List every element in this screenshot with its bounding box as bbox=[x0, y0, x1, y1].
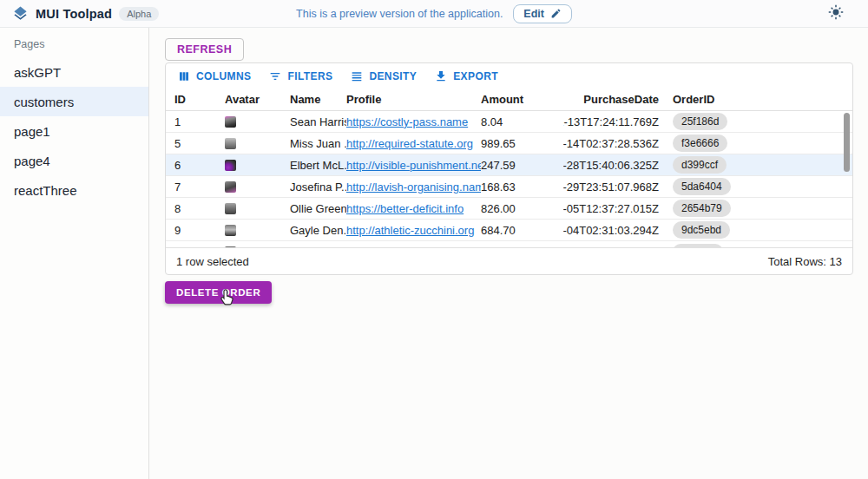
sidebar-item[interactable]: customers bbox=[0, 87, 148, 116]
cell-profile: https://costly-pass.name bbox=[346, 111, 481, 132]
column-header-orderid[interactable]: OrderID bbox=[659, 89, 852, 110]
cell-avatar bbox=[225, 176, 290, 197]
cell-orderid bbox=[659, 241, 852, 247]
cell-avatar bbox=[225, 133, 290, 154]
export-icon bbox=[434, 69, 448, 83]
alpha-badge: Alpha bbox=[119, 7, 159, 21]
refresh-button[interactable]: REFRESH bbox=[165, 38, 244, 61]
cell-avatar bbox=[225, 154, 290, 175]
cell-avatar bbox=[225, 111, 290, 132]
cell-avatar bbox=[225, 198, 290, 219]
cell-purchasedate bbox=[563, 241, 659, 247]
profile-link[interactable]: http://athletic-zucchini.org bbox=[346, 224, 474, 237]
profile-link[interactable]: http://visible-punishment.net bbox=[346, 159, 481, 172]
top-app-bar: MUI Toolpad Alpha This is a preview vers… bbox=[0, 0, 868, 28]
profile-link[interactable]: https://costly-pass.name bbox=[346, 115, 468, 128]
cell-id: 9 bbox=[166, 220, 225, 240]
cell-amount: 8.04 bbox=[481, 111, 563, 132]
sidebar-item[interactable]: page1 bbox=[0, 116, 148, 146]
app-title: MUI Toolpad bbox=[36, 7, 112, 21]
filter-icon bbox=[268, 69, 282, 83]
total-rows: Total Rows: 13 bbox=[768, 255, 842, 268]
grid-header-row: IDAvatarNameProfileAmountPurchaseDateOrd… bbox=[166, 89, 852, 111]
cell-orderid: d399ccf bbox=[659, 154, 852, 175]
selection-status: 1 row selected bbox=[176, 255, 249, 268]
avatar bbox=[225, 116, 236, 128]
sidebar: Pages askGPT customers page1 page4 react… bbox=[0, 28, 149, 479]
grid-footer: 1 row selected Total Rows: 13 bbox=[166, 247, 852, 274]
sidebar-item-label: page4 bbox=[14, 154, 50, 168]
data-grid: COLUMNS FILTERS DENSITY EXPORT IDAvatarN… bbox=[165, 62, 853, 275]
cell-name: Ollie Green... bbox=[290, 198, 346, 219]
cell-orderid: 2654b79 bbox=[659, 198, 852, 219]
column-header-avatar[interactable]: Avatar bbox=[225, 89, 290, 110]
sidebar-item[interactable]: page4 bbox=[0, 146, 148, 175]
orderid-chip: f3e6666 bbox=[673, 135, 727, 151]
cell-orderid: f3e6666 bbox=[659, 133, 852, 154]
avatar bbox=[225, 181, 236, 193]
avatar bbox=[225, 138, 236, 149]
cell-amount: 826.00 bbox=[481, 198, 563, 219]
table-row[interactable]: 9 Gayle Den... http://athletic-zucchini.… bbox=[166, 220, 852, 241]
edit-button[interactable]: Edit bbox=[513, 4, 572, 23]
cell-name: Sean Harris bbox=[290, 111, 346, 132]
profile-link[interactable]: http://lavish-organising.name bbox=[346, 180, 481, 194]
column-header-name[interactable]: Name bbox=[290, 89, 346, 110]
avatar bbox=[225, 203, 236, 214]
cell-purchasedate: 2088-05-04T02:31:03.294Z bbox=[563, 220, 659, 240]
column-header-profile[interactable]: Profile bbox=[346, 89, 481, 110]
cell-name: Josefina P... bbox=[290, 176, 346, 197]
cell-id: 5 bbox=[166, 133, 225, 154]
table-row[interactable]: 8 Ollie Green... https://better-deficit.… bbox=[166, 198, 852, 220]
cell-amount: 989.65 bbox=[481, 133, 563, 154]
table-row[interactable]: 7 Josefina P... http://lavish-organising… bbox=[166, 176, 852, 198]
orderid-chip bbox=[673, 244, 723, 247]
cell-orderid: 25f186d bbox=[659, 111, 852, 132]
column-header-amount[interactable]: Amount bbox=[481, 89, 563, 110]
vertical-scrollbar[interactable] bbox=[844, 113, 850, 172]
sidebar-item-label: reactThree bbox=[14, 183, 77, 198]
cell-orderid: 9dc5ebd bbox=[659, 220, 852, 240]
cell-name: Elbert McL... bbox=[290, 154, 346, 175]
table-row[interactable] bbox=[166, 241, 852, 247]
grid-toolbar-button[interactable]: EXPORT bbox=[428, 66, 504, 87]
cell-profile: http://athletic-zucchini.org bbox=[346, 220, 481, 240]
cell-avatar bbox=[225, 241, 290, 247]
avatar bbox=[225, 225, 236, 236]
layers-icon bbox=[12, 5, 29, 22]
orderid-chip: 5da6404 bbox=[673, 178, 731, 194]
cell-purchasedate: 2076-03-29T23:51:07.968Z bbox=[563, 176, 659, 197]
grid-toolbar-button-label: EXPORT bbox=[453, 70, 498, 82]
cell-purchasedate: 2045-01-28T15:40:06.325Z bbox=[563, 154, 659, 175]
orderid-chip: 9dc5ebd bbox=[673, 221, 730, 238]
cell-id: 6 bbox=[166, 154, 225, 175]
profile-link[interactable]: https://better-deficit.info bbox=[346, 202, 464, 215]
preview-message: This is a preview version of the applica… bbox=[296, 8, 503, 20]
sidebar-item[interactable]: reactThree bbox=[0, 175, 148, 205]
profile-link[interactable]: http://required-statute.org bbox=[346, 137, 473, 150]
theme-toggle-button[interactable] bbox=[828, 4, 844, 23]
cell-id: 8 bbox=[166, 198, 225, 219]
table-row[interactable]: 5 Miss Juan ... http://required-statute.… bbox=[166, 133, 852, 154]
table-row[interactable]: 6 Elbert McL... http://visible-punishmen… bbox=[166, 154, 852, 176]
sidebar-item[interactable]: askGPT bbox=[0, 57, 148, 87]
delete-order-button[interactable]: DELETE ORDER bbox=[165, 281, 272, 304]
cell-id: 7 bbox=[166, 176, 225, 197]
table-row[interactable]: 1 Sean Harris https://costly-pass.name 8… bbox=[166, 111, 852, 133]
avatar bbox=[225, 246, 236, 248]
column-header-id[interactable]: ID bbox=[166, 89, 225, 110]
grid-toolbar-button[interactable]: FILTERS bbox=[262, 66, 339, 87]
sidebar-item-label: page1 bbox=[14, 124, 50, 139]
sun-icon bbox=[828, 4, 844, 23]
column-header-purchasedate[interactable]: PurchaseDate bbox=[563, 89, 659, 110]
grid-toolbar-button[interactable]: DENSITY bbox=[344, 66, 423, 87]
cell-avatar bbox=[225, 220, 290, 240]
grid-toolbar-button[interactable]: COLUMNS bbox=[171, 66, 257, 87]
brand: MUI Toolpad Alpha bbox=[12, 5, 159, 22]
pencil-icon bbox=[550, 8, 562, 19]
avatar bbox=[225, 160, 236, 171]
cell-orderid: 5da6404 bbox=[659, 176, 852, 197]
cell-id: 1 bbox=[166, 111, 225, 132]
grid-toolbar-button-label: DENSITY bbox=[369, 70, 417, 82]
orderid-chip: 2654b79 bbox=[673, 200, 731, 216]
